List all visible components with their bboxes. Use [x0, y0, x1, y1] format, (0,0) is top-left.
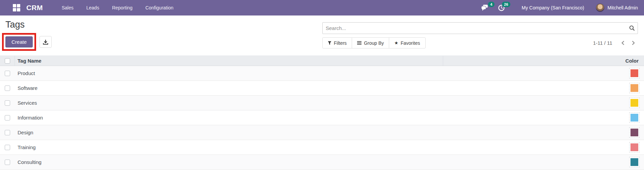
page-title: Tags	[5, 20, 52, 30]
favorites-button[interactable]: ★ Favorites	[389, 37, 425, 48]
tag-name: Design	[15, 130, 443, 135]
row-checkbox[interactable]	[5, 100, 10, 106]
filters-button[interactable]: Filters	[322, 37, 352, 48]
tag-color-swatch[interactable]	[629, 83, 640, 93]
row-checkbox[interactable]	[5, 160, 10, 165]
table-header: Tag Name Color	[0, 56, 644, 66]
tag-color-swatch-inner	[630, 84, 638, 92]
menu-reporting[interactable]: Reporting	[107, 1, 137, 15]
star-icon: ★	[394, 41, 398, 45]
chevron-left-icon	[621, 40, 625, 45]
menu-sales[interactable]: Sales	[57, 1, 78, 15]
row-checkbox[interactable]	[5, 71, 10, 76]
row-checkbox[interactable]	[5, 86, 10, 91]
company-switcher[interactable]: My Company (San Francisco)	[522, 5, 584, 10]
systray: 4 26 My Company (San Francisco) Mitchell…	[481, 3, 638, 12]
activities-badge: 26	[502, 2, 510, 7]
tag-color-swatch[interactable]	[629, 127, 640, 138]
tag-color-swatch-inner	[630, 69, 638, 77]
table-row[interactable]: Information	[0, 110, 644, 125]
download-icon	[43, 39, 48, 45]
tag-color-swatch-inner	[630, 143, 638, 151]
search-icon[interactable]	[629, 25, 635, 32]
pager-previous-button[interactable]	[618, 39, 627, 47]
tag-color-swatch-inner	[630, 99, 638, 107]
group-by-button[interactable]: Group By	[352, 37, 389, 48]
search-options: Filters Group By ★ Favorites	[322, 37, 426, 48]
tag-name: Software	[15, 85, 443, 91]
filter-funnel-icon	[328, 41, 331, 45]
tags-list: Tag Name Color Product Software Services	[0, 56, 644, 170]
table-row[interactable]: Software	[0, 81, 644, 96]
menu-leads[interactable]: Leads	[82, 1, 104, 15]
control-panel: Tags Create	[0, 15, 644, 56]
red-annotation-highlight: Create	[2, 33, 36, 51]
tag-color-swatch[interactable]	[629, 142, 640, 152]
apps-menu-icon[interactable]	[13, 4, 20, 11]
group-by-label: Group By	[364, 40, 384, 46]
tag-name: Services	[15, 100, 443, 106]
messages-button[interactable]: 4	[481, 4, 489, 11]
pager-next-button[interactable]	[629, 39, 638, 47]
create-button[interactable]: Create	[5, 36, 33, 47]
search-input[interactable]	[322, 22, 638, 34]
messages-badge: 4	[488, 2, 494, 7]
table-row[interactable]: Product	[0, 66, 644, 81]
export-button[interactable]	[39, 36, 52, 48]
column-header-color[interactable]: Color	[443, 58, 644, 64]
tag-color-swatch[interactable]	[629, 112, 640, 123]
pager: 1-11 / 11	[593, 39, 638, 47]
activities-button[interactable]: 26	[498, 4, 505, 11]
chat-bubbles-icon	[481, 4, 489, 11]
row-checkbox[interactable]	[5, 130, 10, 135]
main-menu: Sales Leads Reporting Configuration	[57, 1, 178, 15]
row-checkbox[interactable]	[5, 115, 10, 121]
tag-name: Training	[15, 144, 443, 150]
table-row[interactable]: Consulting	[0, 155, 644, 170]
tag-color-swatch[interactable]	[629, 98, 640, 108]
tag-color-swatch-inner	[630, 114, 638, 122]
row-checkbox[interactable]	[5, 145, 10, 150]
table-row[interactable]: Services	[0, 96, 644, 110]
table-row[interactable]: Design	[0, 125, 644, 140]
tag-name: Information	[15, 115, 443, 121]
app-brand[interactable]: CRM	[26, 4, 43, 12]
tag-name: Product	[15, 70, 443, 76]
select-all-checkbox[interactable]	[5, 58, 10, 64]
tag-table-body: Product Software Services	[0, 66, 644, 170]
menu-configuration[interactable]: Configuration	[141, 1, 178, 15]
tag-color-swatch[interactable]	[629, 68, 640, 78]
group-by-lines-icon	[357, 41, 361, 45]
user-avatar[interactable]	[596, 3, 605, 12]
pager-range: 1-11 / 11	[593, 40, 612, 46]
chevron-right-icon	[632, 40, 635, 45]
favorites-label: Favorites	[401, 40, 420, 46]
tag-color-swatch[interactable]	[629, 157, 640, 167]
tag-color-swatch-inner	[630, 158, 638, 166]
table-row[interactable]: Training	[0, 140, 644, 155]
user-menu[interactable]: Mitchell Admin	[608, 5, 638, 10]
column-header-tag-name[interactable]: Tag Name	[15, 56, 443, 66]
tag-color-swatch-inner	[630, 129, 638, 136]
top-nav: CRM Sales Leads Reporting Configuration …	[0, 0, 644, 15]
filters-label: Filters	[334, 40, 347, 46]
tag-name: Consulting	[15, 159, 443, 165]
